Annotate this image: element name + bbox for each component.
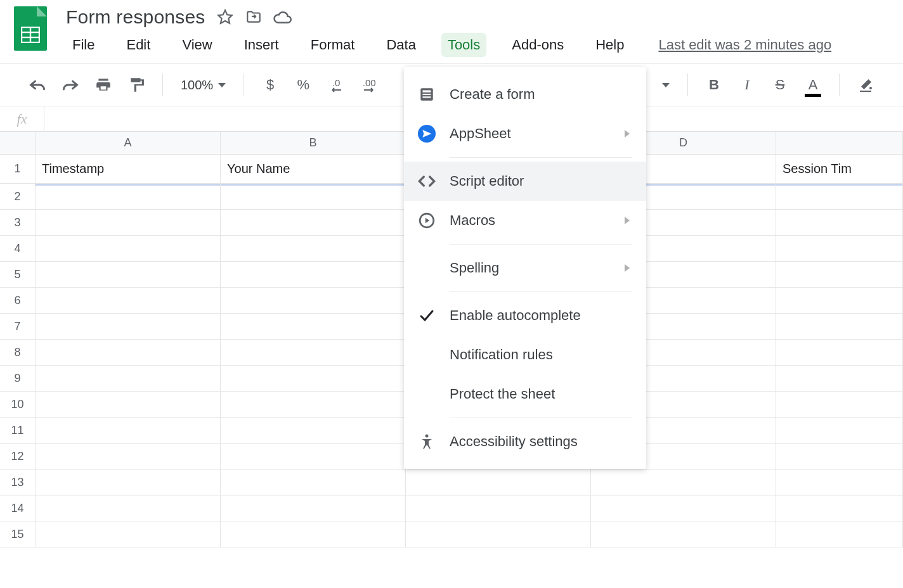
- cell[interactable]: [221, 418, 406, 443]
- row-header[interactable]: 11: [0, 418, 36, 443]
- row-header[interactable]: 14: [0, 495, 36, 521]
- percent-format-button[interactable]: %: [290, 72, 316, 98]
- select-all-corner[interactable]: [0, 132, 36, 154]
- cell[interactable]: [221, 444, 406, 469]
- row-header[interactable]: 2: [0, 184, 36, 209]
- cell[interactable]: [36, 495, 221, 521]
- cell[interactable]: [776, 262, 903, 287]
- cell[interactable]: [591, 521, 776, 547]
- cell[interactable]: Your Name: [221, 155, 406, 183]
- cell[interactable]: [221, 210, 406, 235]
- menu-data[interactable]: Data: [380, 33, 422, 57]
- row-header[interactable]: 5: [0, 262, 36, 287]
- cell[interactable]: [776, 418, 903, 443]
- bold-button[interactable]: B: [701, 72, 727, 98]
- column-header[interactable]: [776, 132, 903, 154]
- cell[interactable]: [221, 366, 406, 391]
- cell[interactable]: [776, 288, 903, 313]
- menu-notification-rules[interactable]: Notification rules: [404, 335, 646, 374]
- menu-script-editor[interactable]: Script editor: [404, 162, 646, 201]
- column-header[interactable]: B: [221, 132, 406, 154]
- cell[interactable]: [221, 288, 406, 313]
- cell[interactable]: [776, 521, 903, 547]
- text-color-button[interactable]: A: [800, 72, 826, 98]
- move-icon[interactable]: [245, 9, 261, 25]
- cloud-status-icon[interactable]: [273, 9, 289, 25]
- row-header[interactable]: 9: [0, 366, 36, 391]
- row-header[interactable]: 1: [0, 155, 36, 183]
- row-header[interactable]: 6: [0, 288, 36, 313]
- cell[interactable]: [776, 366, 903, 391]
- document-title[interactable]: Form responses: [66, 6, 205, 28]
- menu-format[interactable]: Format: [304, 33, 361, 57]
- cell[interactable]: [221, 236, 406, 261]
- cell[interactable]: [221, 392, 406, 417]
- sheets-logo-icon[interactable]: [14, 6, 47, 51]
- menu-tools[interactable]: Tools: [441, 33, 486, 57]
- menu-accessibility[interactable]: Accessibility settings: [404, 422, 646, 461]
- cell[interactable]: [36, 262, 221, 287]
- cell[interactable]: [776, 314, 903, 339]
- cell[interactable]: [221, 184, 406, 209]
- cell[interactable]: [776, 470, 903, 495]
- undo-button[interactable]: [24, 72, 51, 98]
- cell[interactable]: [406, 470, 591, 495]
- menu-spelling[interactable]: Spelling: [404, 248, 646, 288]
- menu-protect-sheet[interactable]: Protect the sheet: [404, 374, 646, 414]
- cell[interactable]: [36, 418, 221, 443]
- menu-macros[interactable]: Macros: [404, 201, 646, 240]
- cell[interactable]: [591, 470, 776, 495]
- strikethrough-button[interactable]: S: [767, 72, 793, 98]
- cell[interactable]: Session Tim: [776, 155, 903, 183]
- cell[interactable]: [36, 236, 221, 261]
- cell[interactable]: [36, 444, 221, 469]
- cell[interactable]: [36, 366, 221, 391]
- row-header[interactable]: 13: [0, 470, 36, 495]
- menu-view[interactable]: View: [176, 33, 218, 57]
- cell[interactable]: [221, 470, 406, 495]
- cell[interactable]: Timestamp: [36, 155, 221, 183]
- cell[interactable]: [221, 521, 406, 547]
- cell[interactable]: [776, 210, 903, 235]
- cell[interactable]: [406, 521, 591, 547]
- cell[interactable]: [776, 340, 903, 365]
- cell[interactable]: [591, 495, 776, 521]
- cell[interactable]: [776, 392, 903, 417]
- fill-color-button[interactable]: [852, 72, 879, 98]
- menu-edit[interactable]: Edit: [120, 33, 157, 57]
- menu-addons[interactable]: Add-ons: [505, 33, 570, 57]
- cell[interactable]: [36, 288, 221, 313]
- paint-format-button[interactable]: [123, 72, 150, 98]
- row-header[interactable]: 15: [0, 521, 36, 547]
- menu-help[interactable]: Help: [589, 33, 630, 57]
- star-icon[interactable]: [217, 9, 233, 25]
- row-header[interactable]: 4: [0, 236, 36, 261]
- cell[interactable]: [36, 392, 221, 417]
- menu-create-form[interactable]: Create a form: [404, 75, 646, 114]
- cell[interactable]: [776, 495, 903, 521]
- menu-insert[interactable]: Insert: [238, 33, 285, 57]
- cell[interactable]: [221, 314, 406, 339]
- currency-format-button[interactable]: $: [257, 72, 283, 98]
- cell[interactable]: [36, 184, 221, 209]
- column-header[interactable]: A: [36, 132, 221, 154]
- menu-file[interactable]: File: [66, 33, 101, 57]
- cell[interactable]: [406, 495, 591, 521]
- last-edit-link[interactable]: Last edit was 2 minutes ago: [658, 37, 831, 53]
- cell[interactable]: [36, 521, 221, 547]
- print-button[interactable]: [90, 72, 117, 98]
- row-header[interactable]: 7: [0, 314, 36, 339]
- row-header[interactable]: 12: [0, 444, 36, 469]
- cell[interactable]: [221, 262, 406, 287]
- italic-button[interactable]: I: [734, 72, 760, 98]
- cell[interactable]: [221, 495, 406, 521]
- cell[interactable]: [776, 236, 903, 261]
- cell[interactable]: [776, 184, 903, 209]
- cell[interactable]: [36, 470, 221, 495]
- redo-button[interactable]: [57, 72, 84, 98]
- row-header[interactable]: 3: [0, 210, 36, 235]
- cell[interactable]: [221, 340, 406, 365]
- cell[interactable]: [36, 210, 221, 235]
- row-header[interactable]: 10: [0, 392, 36, 417]
- cell[interactable]: [36, 340, 221, 365]
